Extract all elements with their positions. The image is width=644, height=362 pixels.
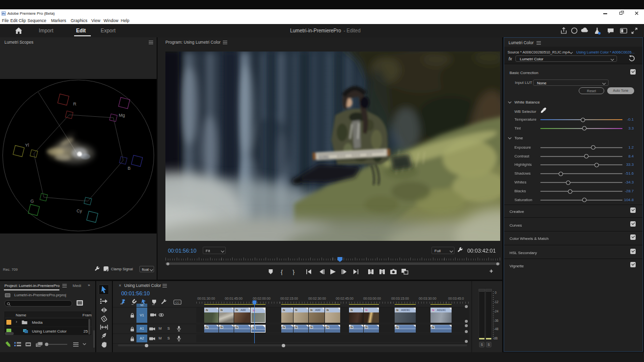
svg-text:}: }	[293, 269, 295, 276]
svg-text:CC: CC	[175, 301, 180, 304]
svg-text:{: {	[281, 269, 283, 276]
svg-text:KORG: KORG	[319, 155, 329, 159]
svg-text:R: R	[73, 102, 77, 106]
svg-text:Cy: Cy	[77, 208, 82, 213]
svg-text:Mg: Mg	[119, 113, 125, 118]
svg-text:G: G	[30, 199, 34, 204]
svg-text:Yl: Yl	[25, 143, 29, 148]
svg-text:B: B	[128, 166, 131, 171]
